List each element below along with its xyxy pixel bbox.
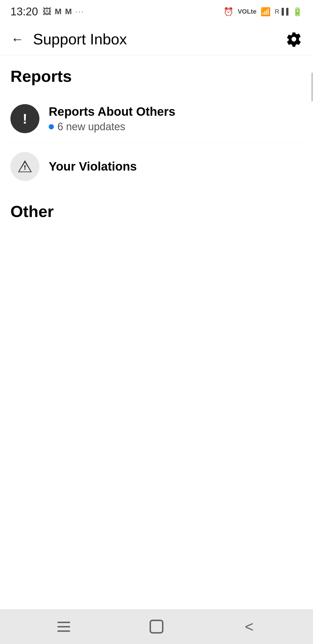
settings-button[interactable] — [283, 29, 304, 50]
signal-icon: R▐▐ — [275, 8, 288, 15]
back-arrow-icon: ← — [11, 32, 24, 46]
reports-about-others-text: Reports About Others 6 new updates — [49, 104, 303, 133]
image-status-icon: 🖼 — [43, 7, 51, 17]
bottom-nav-bar: < — [0, 609, 313, 644]
more-status-icon: ··· — [75, 8, 85, 16]
your-violations-icon-wrapper — [10, 152, 39, 181]
nav-line-2 — [57, 626, 70, 627]
notification-dot — [49, 124, 54, 129]
reports-section: Reports ! Reports About Others 6 new upd… — [10, 67, 303, 188]
gmail-status-icon-1: M — [55, 7, 61, 16]
alarm-icon: ⏰ — [223, 7, 234, 17]
reports-about-others-title: Reports About Others — [49, 104, 303, 119]
back-button[interactable]: ← — [9, 30, 26, 48]
nav-line-1 — [57, 622, 70, 623]
status-bar-left: 13:20 🖼 M M ··· — [10, 6, 85, 18]
nav-left: ← Support Inbox — [9, 30, 127, 48]
status-bar-right: ⏰ VOLte 📶 R▐▐ 🔋 — [223, 7, 303, 17]
battery-icon: 🔋 — [292, 7, 303, 17]
reports-about-others-item[interactable]: ! Reports About Others 6 new updates — [10, 97, 303, 140]
divider-1 — [10, 142, 303, 143]
wifi-icon: 📶 — [261, 7, 271, 17]
status-time: 13:20 — [10, 6, 38, 18]
status-icons-left: 🖼 M M ··· — [43, 7, 85, 17]
lte-icon: VOLte — [238, 8, 256, 15]
gmail-status-icon-2: M — [65, 7, 72, 16]
reports-heading: Reports — [10, 67, 303, 86]
other-heading: Other — [10, 202, 303, 221]
reports-about-others-update-count: 6 new updates — [57, 121, 125, 133]
warning-triangle-icon — [17, 159, 32, 174]
other-section: Other — [10, 202, 303, 221]
home-icon — [150, 620, 163, 634]
gear-icon — [286, 31, 302, 47]
status-bar: 13:20 🖼 M M ··· ⏰ VOLte 📶 R▐▐ 🔋 — [0, 0, 313, 23]
main-content: Reports ! Reports About Others 6 new upd… — [0, 55, 313, 609]
nav-line-3 — [57, 630, 70, 632]
exclamation-icon: ! — [23, 111, 27, 127]
back-nav-icon: < — [245, 618, 254, 635]
recent-apps-icon — [57, 622, 70, 632]
page-title: Support Inbox — [33, 30, 127, 48]
your-violations-item[interactable]: Your Violations — [10, 145, 303, 188]
home-button[interactable] — [142, 612, 171, 641]
your-violations-text: Your Violations — [49, 159, 303, 174]
your-violations-title: Your Violations — [49, 159, 303, 174]
nav-bar: ← Support Inbox — [0, 23, 313, 55]
recent-apps-button[interactable] — [49, 612, 78, 641]
back-nav-button[interactable]: < — [235, 612, 264, 641]
reports-about-others-icon-wrapper: ! — [10, 104, 39, 133]
reports-about-others-subtitle: 6 new updates — [49, 121, 303, 133]
